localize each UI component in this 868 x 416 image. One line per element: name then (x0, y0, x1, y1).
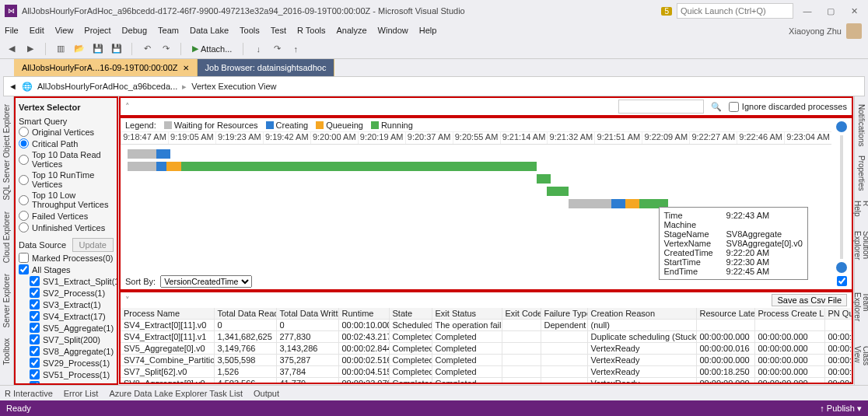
column-header[interactable]: Failure Type (541, 308, 587, 320)
smart-query-radio[interactable] (19, 175, 29, 185)
stage-checkbox[interactable] (30, 288, 40, 298)
smart-query-radio[interactable] (19, 127, 29, 137)
menu-r-tools[interactable]: R Tools (297, 26, 325, 35)
process-table[interactable]: Process NameTotal Data Read(bytes)Total … (121, 308, 852, 383)
stage-checkbox[interactable] (30, 381, 40, 385)
table-row[interactable]: SV4_Extract[0][11].v00000:00:10.000Sched… (121, 320, 852, 331)
menu-test[interactable]: Test (271, 26, 286, 35)
publish-button[interactable]: ↑ Publish ▾ (820, 404, 862, 414)
step-over-icon[interactable]: ↷ (270, 42, 284, 56)
nav-fwd-icon[interactable]: ▶ (23, 42, 37, 56)
update-button[interactable]: Update (72, 238, 114, 252)
side-tab-team-explorer[interactable]: Team Explorer (852, 288, 869, 341)
column-header[interactable]: Exit Status (432, 308, 502, 320)
stage-checkbox[interactable] (30, 334, 40, 344)
breadcrumb-item[interactable]: Vertex Execution View (191, 82, 276, 91)
smart-query-radio[interactable] (19, 155, 29, 165)
stage-checkbox[interactable] (30, 369, 40, 379)
stage-checkbox[interactable] (30, 346, 40, 356)
search-input[interactable] (618, 100, 704, 114)
menu-file[interactable]: File (5, 26, 19, 35)
menu-help[interactable]: Help (419, 26, 437, 35)
timeline-toggle-checkbox[interactable] (837, 276, 847, 286)
menu-analyze[interactable]: Analyze (336, 26, 366, 35)
menu-window[interactable]: Window (378, 26, 408, 35)
column-header[interactable]: Runtime (338, 308, 389, 320)
table-row[interactable]: SV4_Extract[0][11].v11,341,682,625277,83… (121, 331, 852, 343)
ignore-discarded-checkbox[interactable] (729, 102, 739, 112)
save-icon[interactable]: 💾 (91, 42, 105, 56)
smart-query-radio[interactable] (19, 211, 29, 221)
breadcrumb-back-icon[interactable]: ◄ (9, 82, 17, 91)
nav-back-icon[interactable]: ◀ (5, 42, 19, 56)
stage-checkbox[interactable] (30, 276, 40, 286)
table-row[interactable]: SV74_Combine_Partition[0].v03,505,598375… (121, 355, 852, 366)
smart-query-radio[interactable] (19, 222, 29, 232)
quick-launch-input[interactable] (677, 3, 793, 19)
step-out-icon[interactable]: ↑ (289, 42, 303, 56)
attach-button[interactable]: ▶Attach... (189, 44, 235, 54)
minimize-icon[interactable]: — (798, 6, 817, 16)
column-header[interactable]: Total Data Written(bytes) (276, 308, 338, 320)
column-header[interactable]: Resource Latency (696, 308, 754, 320)
stage-checkbox[interactable] (30, 299, 40, 309)
timeline-zoom-bottom-icon[interactable] (836, 262, 847, 273)
sort-by-select[interactable]: VersionCreatedTime (160, 275, 252, 288)
user-name[interactable]: Xiaoyong Zhu (789, 26, 842, 36)
doc-tab[interactable]: Job Browser: datainsightsadhoc (198, 59, 335, 76)
column-header[interactable]: Total Data Read(bytes) (214, 308, 276, 320)
notification-badge[interactable]: 5 (661, 7, 672, 16)
side-tab-toolbox[interactable]: Toolbox (1, 334, 12, 369)
close-icon[interactable]: ✕ (845, 6, 863, 16)
column-header[interactable]: Creation Reason (587, 308, 696, 320)
restore-icon[interactable]: ▢ (821, 6, 840, 16)
side-tab-cloud-explorer[interactable]: Cloud Explorer (1, 207, 12, 267)
grid-expand-icon[interactable]: ˅ (125, 295, 130, 306)
menu-edit[interactable]: Edit (30, 26, 44, 35)
gantt-chart[interactable]: Time9:22:43 AM Machine StageNameSV8Aggre… (121, 145, 831, 289)
menu-team[interactable]: Team (158, 26, 179, 35)
step-into-icon[interactable]: ↓ (251, 42, 265, 56)
tab-close-icon[interactable]: ✕ (183, 64, 189, 72)
timeline-zoom-top-icon[interactable] (836, 121, 847, 132)
menu-tools[interactable]: Tools (240, 26, 260, 35)
breadcrumb-item[interactable]: AllJobsHourlyForAdHoc_a96bceda... (37, 82, 177, 91)
stage-checkbox[interactable] (30, 311, 40, 321)
column-header[interactable]: PN Queue Latency (824, 308, 852, 320)
stage-checkbox[interactable] (30, 358, 40, 368)
save-csv-button[interactable]: Save as Csv File (772, 294, 847, 306)
table-row[interactable]: SV5_Aggregate[0].v03,149,7663,143,28600:… (121, 343, 852, 355)
panel-tab-azure-data-lake-explorer-task-list[interactable]: Azure Data Lake Explorer Task List (109, 389, 243, 398)
menu-project[interactable]: Project (84, 26, 110, 35)
side-tab-server-explorer[interactable]: Server Explorer (1, 269, 12, 332)
panel-tab-output[interactable]: Output (254, 389, 279, 398)
side-tab-notifications[interactable]: Notifications (856, 100, 867, 151)
smart-query-radio[interactable] (19, 195, 29, 205)
smart-query-radio[interactable] (19, 138, 29, 149)
expand-icon[interactable]: ˄ (125, 102, 130, 112)
side-tab-solution-explorer[interactable]: Solution Explorer (852, 226, 869, 288)
column-header[interactable]: State (389, 308, 432, 320)
open-icon[interactable]: 📂 (72, 42, 86, 56)
side-tab-sql-server-object-explorer[interactable]: SQL Server Object Explorer (1, 100, 12, 205)
side-tab-class-view[interactable]: Class View (852, 341, 869, 385)
column-header[interactable]: Process Name (121, 308, 214, 320)
stage-checkbox[interactable] (30, 323, 40, 333)
column-header[interactable]: Exit Code (502, 308, 541, 320)
panel-tab-r-interactive[interactable]: R Interactive (5, 389, 53, 398)
new-project-icon[interactable]: ▥ (54, 42, 68, 56)
side-tab-properties[interactable]: Properties (856, 151, 867, 196)
menu-view[interactable]: View (55, 26, 74, 35)
side-tab-r-help[interactable]: R Help (852, 196, 869, 226)
menu-data-lake[interactable]: Data Lake (190, 26, 229, 35)
table-row[interactable]: SV8_Aggregate[0].v04,503,56641,77900:00:… (121, 378, 852, 383)
table-row[interactable]: SV7_Split[62].v01,52637,78400:00:04.515C… (121, 366, 852, 378)
avatar[interactable] (846, 23, 862, 39)
redo-icon[interactable]: ↷ (159, 42, 173, 56)
column-header[interactable]: Process Create Latency (754, 308, 824, 320)
menu-debug[interactable]: Debug (122, 26, 147, 35)
search-icon[interactable]: 🔍 (710, 102, 723, 112)
doc-tab[interactable]: AllJobsHourlyForA...16-09-19T00:00:00Z✕ (14, 59, 198, 76)
panel-tab-error-list[interactable]: Error List (64, 389, 99, 398)
all-stages-checkbox[interactable] (19, 264, 29, 274)
